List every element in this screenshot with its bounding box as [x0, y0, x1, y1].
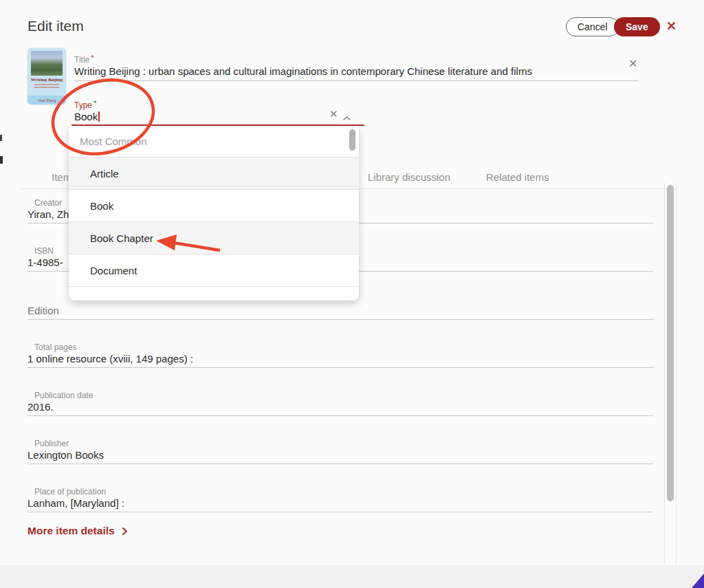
title-field-value[interactable]: Writing Beijing : urban spaces and cultu… [74, 65, 532, 77]
field-label: Publisher [34, 439, 69, 448]
chevron-up-icon[interactable] [342, 111, 351, 124]
book-cover-photo [31, 51, 63, 76]
close-icon[interactable]: ✕ [666, 19, 676, 34]
save-button[interactable]: Save [614, 17, 660, 36]
type-field-underline [72, 124, 364, 126]
field-value[interactable]: Lanham, [Maryland] : [28, 497, 124, 509]
title-field-underline [74, 80, 638, 81]
more-item-details-link[interactable]: More item details [28, 525, 128, 537]
dropdown-option-book-chapter[interactable]: Book Chapter [69, 222, 359, 254]
dropdown-option-document[interactable]: Document [69, 254, 359, 287]
title-clear-icon[interactable]: ✕ [628, 57, 637, 70]
tab-related-items[interactable]: Related items [486, 171, 549, 183]
field-row-total-pages: Total pages1 online resource (xviii, 149… [28, 320, 653, 368]
field-value[interactable]: 1-4985- [28, 257, 63, 268]
type-field-label: Type* [74, 99, 96, 110]
tab-library-discussion[interactable]: Library discussion [368, 171, 450, 183]
dropdown-option-article[interactable]: Article [69, 157, 359, 190]
dropdown-scrollbar-thumb[interactable] [349, 129, 355, 151]
field-label: Creator [34, 198, 62, 208]
edit-item-modal: Edit item Cancel Save ✕ Writing Beijing … [0, 0, 704, 588]
book-cover-subtitle-line [34, 84, 59, 85]
field-label: ISBN [34, 246, 54, 256]
field-empty-label[interactable]: Edition [28, 305, 59, 316]
type-dropdown-menu: Most Common ArticleBookBook ChapterDocum… [69, 126, 359, 301]
cancel-button[interactable]: Cancel [566, 17, 619, 36]
dropdown-options-list: ArticleBookBook ChapterDocument [69, 157, 359, 287]
dropdown-group-label: Most Common [69, 126, 359, 157]
book-cover-title: Writing Beijing [28, 77, 66, 83]
field-value[interactable]: Yiran, Zh [28, 208, 69, 220]
required-asterisk: * [91, 54, 94, 62]
field-label: Total pages [34, 342, 76, 352]
field-value[interactable]: 1 online resource (xviii, 149 pages) : [28, 353, 193, 364]
field-label: Publication date [34, 391, 93, 400]
field-row-publisher: PublisherLexington Books [28, 416, 653, 464]
required-asterisk: * [94, 99, 96, 107]
field-value[interactable]: Lexington Books [28, 449, 104, 461]
book-cover-thumbnail[interactable]: Writing Beijing Yiran Zheng [28, 48, 66, 105]
field-label: Place of publication [34, 487, 106, 497]
type-field-input[interactable]: Book [74, 111, 100, 122]
scrollbar-thumb[interactable] [667, 185, 674, 501]
field-value[interactable]: 2016. [28, 401, 54, 413]
book-cover-author: Yiran Zheng [28, 96, 66, 105]
modal-bottom-edge [0, 565, 704, 588]
dropdown-option-book[interactable]: Book [69, 190, 359, 222]
background-edge-artifact [0, 135, 2, 141]
chevron-right-icon [122, 527, 128, 536]
book-cover-subtitle-line [34, 87, 59, 88]
background-edge-artifact [0, 156, 3, 164]
page-title: Edit item [28, 18, 84, 34]
title-field-label: Title* [74, 54, 94, 65]
type-clear-icon[interactable]: ✕ [329, 108, 338, 120]
field-row-publication-date: Publication date2016. [28, 368, 653, 416]
field-row-place-of-publication: Place of publicationLanham, [Maryland] : [28, 464, 653, 512]
